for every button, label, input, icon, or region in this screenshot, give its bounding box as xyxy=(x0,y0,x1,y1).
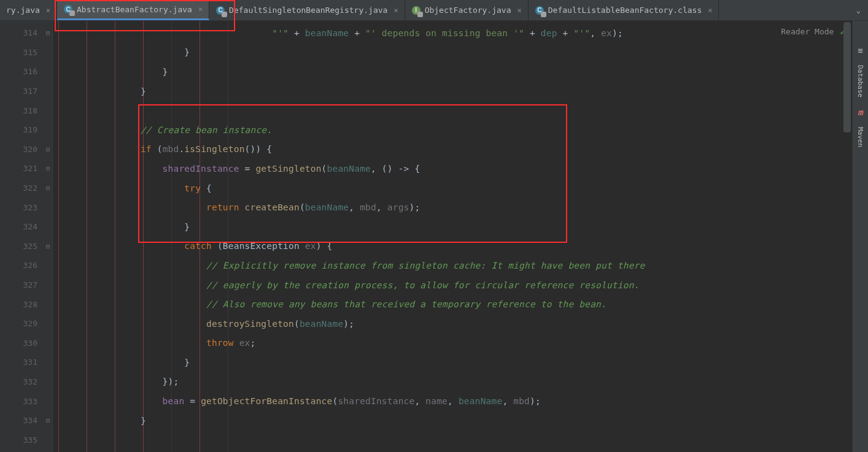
database-label[interactable]: Database xyxy=(856,65,864,98)
code-line: } xyxy=(53,43,852,63)
code-line: catch (BeansException ex) { xyxy=(53,237,852,256)
code-line: destroySingleton(beanName); xyxy=(53,314,852,334)
code-line: if (mbd.isSingleton()) { xyxy=(53,140,852,159)
reader-mode-toggle[interactable]: Reader Mode ✓ xyxy=(781,26,846,37)
tab-label: ry.java xyxy=(6,6,40,15)
line-number: 328 xyxy=(0,294,52,314)
fold-icon[interactable]: ⊟ xyxy=(46,165,50,172)
code-line: } xyxy=(53,217,852,237)
line-number: 316 xyxy=(0,62,52,82)
close-icon[interactable]: × xyxy=(46,6,50,15)
line-number: 335 xyxy=(0,430,52,450)
line-number: 320⊟ xyxy=(0,140,52,159)
right-tool-rail: ≡ Database m Maven xyxy=(852,21,868,452)
close-icon[interactable]: × xyxy=(517,6,522,15)
editor-area: 314⊟ 315 316 317 318 319 320⊟ 321⊟ 322⊟ … xyxy=(0,21,868,452)
code-line: // Also remove any beans that received a… xyxy=(53,294,852,314)
line-number: 327 xyxy=(0,275,52,295)
line-number: 322⊟ xyxy=(0,178,52,198)
tab-label: AbstractBeanFactory.java xyxy=(77,5,192,14)
interface-icon: I xyxy=(411,6,421,15)
line-number: 323 xyxy=(0,197,52,217)
code-line: // Create bean instance. xyxy=(53,120,852,140)
line-number: 319 xyxy=(0,120,52,140)
database-tool-icon[interactable]: ≡ xyxy=(858,45,862,55)
reader-mode-label: Reader Mode xyxy=(781,27,834,36)
fold-icon[interactable]: ⊟ xyxy=(46,243,50,250)
tab-default-listable[interactable]: C DefaultListableBeanFactory.class × xyxy=(529,0,719,20)
tab-default-singleton[interactable]: C DefaultSingletonBeanRegistry.java × xyxy=(209,0,405,20)
line-number: 315 xyxy=(0,43,52,63)
code-line: sharedInstance = getSingleton(beanName, … xyxy=(53,159,852,178)
tab-label: DefaultSingletonBeanRegistry.java xyxy=(229,6,387,15)
code-line xyxy=(53,430,852,450)
line-number: 314⊟ xyxy=(0,23,52,43)
close-icon[interactable]: × xyxy=(708,6,712,15)
code-line: } xyxy=(53,62,852,82)
tab-object-factory[interactable]: I ObjectFactory.java × xyxy=(405,0,529,20)
maven-label[interactable]: Maven xyxy=(856,127,864,147)
line-number: 332 xyxy=(0,372,52,392)
code-line: "'" + beanName + "' depends on missing b… xyxy=(53,23,852,43)
code-line: } xyxy=(53,353,852,372)
code-line: try { xyxy=(53,178,852,198)
class-icon: C xyxy=(215,6,225,15)
tabs-overflow[interactable]: ⌄ xyxy=(849,6,868,15)
line-number: 325⊟ xyxy=(0,237,52,256)
scrollbar[interactable] xyxy=(843,22,851,132)
maven-tool-icon[interactable]: m xyxy=(858,107,862,117)
tab-abstract-bean-factory[interactable]: C AbstractBeanFactory.java × xyxy=(57,0,209,20)
close-icon[interactable]: × xyxy=(393,6,398,15)
line-number: 331 xyxy=(0,353,52,372)
fold-icon[interactable]: ⊟ xyxy=(46,29,50,36)
code-line: }); xyxy=(53,372,852,392)
editor-tabs: ry.java × C AbstractBeanFactory.java × C… xyxy=(0,0,868,21)
code-line: throw ex; xyxy=(53,334,852,353)
code-line: // eagerly by the creation process, to a… xyxy=(53,275,852,295)
line-number: 318 xyxy=(0,101,52,120)
code-line: // Explicitly remove instance from singl… xyxy=(53,256,852,275)
fold-icon[interactable]: ⊟ xyxy=(46,185,50,191)
close-icon[interactable]: × xyxy=(198,5,203,13)
fold-icon[interactable]: ⊟ xyxy=(46,146,50,153)
line-number: 333 xyxy=(0,391,52,411)
line-number: 321⊟ xyxy=(0,159,52,178)
line-number: 330 xyxy=(0,334,52,353)
line-number: 317 xyxy=(0,82,52,101)
line-number: 334⊟ xyxy=(0,411,52,431)
code-line: } xyxy=(53,82,852,101)
line-number: 329 xyxy=(0,314,52,334)
class-icon: C xyxy=(535,6,544,15)
code-content[interactable]: "'" + beanName + "' depends on missing b… xyxy=(53,21,852,452)
code-line: return createBean(beanName, mbd, args); xyxy=(53,197,852,217)
gutter: 314⊟ 315 316 317 318 319 320⊟ 321⊟ 322⊟ … xyxy=(0,21,53,452)
code-line xyxy=(53,101,852,120)
fold-icon[interactable]: ⊟ xyxy=(46,417,50,424)
tab-label: DefaultListableBeanFactory.class xyxy=(548,6,702,15)
tab-partial[interactable]: ry.java × xyxy=(0,0,57,20)
line-number: 326 xyxy=(0,256,52,275)
tab-label: ObjectFactory.java xyxy=(425,6,511,15)
code-line: } xyxy=(53,411,852,431)
line-number: 324 xyxy=(0,217,52,237)
class-icon: C xyxy=(63,4,73,14)
code-line: bean = getObjectForBeanInstance(sharedIn… xyxy=(53,391,852,411)
